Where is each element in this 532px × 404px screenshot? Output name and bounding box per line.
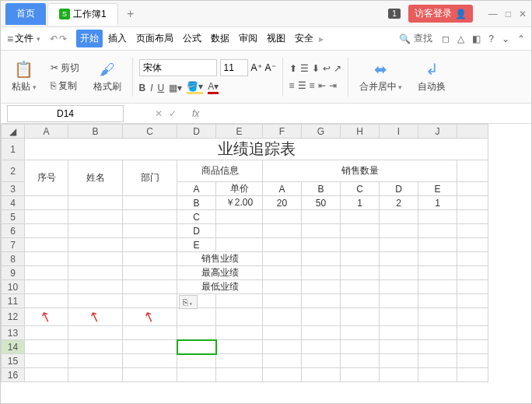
cell-title[interactable]: 业绩追踪表 xyxy=(25,139,488,160)
col-header[interactable]: G xyxy=(302,125,341,139)
row-header[interactable]: 4 xyxy=(2,196,25,210)
autofit-button[interactable]: ↲ 自动换 xyxy=(413,57,450,97)
cell[interactable]: 1 xyxy=(418,196,457,210)
row-header[interactable]: 12 xyxy=(2,308,25,326)
accept-formula-icon[interactable]: ✓ xyxy=(169,108,177,119)
cell[interactable]: B xyxy=(302,182,341,196)
align-left-icon[interactable]: ≡ xyxy=(289,80,295,91)
cell[interactable]: E xyxy=(418,182,457,196)
font-size-select[interactable] xyxy=(220,59,248,76)
select-all-corner[interactable]: ◢ xyxy=(2,125,25,139)
format-painter-button[interactable]: 🖌 格式刷 xyxy=(89,58,126,97)
align-bottom-icon[interactable]: ⬇ xyxy=(312,63,320,74)
cell[interactable]: C xyxy=(177,210,216,224)
col-header[interactable]: E xyxy=(216,125,263,139)
fx-icon[interactable]: fx xyxy=(192,108,199,119)
menu-formula[interactable]: 公式 xyxy=(179,30,205,47)
cell[interactable]: 最高业绩 xyxy=(177,266,263,280)
merge-center-button[interactable]: ⬌ 合并居中 xyxy=(355,57,408,97)
tool-skin-icon[interactable]: ◧ xyxy=(472,33,481,44)
font-color-button[interactable]: A▾ xyxy=(208,81,219,94)
name-box[interactable] xyxy=(7,105,124,122)
maximize-icon[interactable]: □ xyxy=(506,9,511,19)
indent-increase-icon[interactable]: ⇥ xyxy=(329,80,337,91)
cell[interactable]: 2 xyxy=(380,196,418,210)
cell[interactable]: 最低业绩 xyxy=(177,280,263,294)
row-header[interactable]: 3 xyxy=(2,182,25,196)
cell[interactable]: E xyxy=(177,238,216,252)
collapse-ribbon-icon[interactable]: ⌃ xyxy=(517,33,525,44)
cell[interactable]: 50 xyxy=(302,196,341,210)
row-header[interactable]: 8 xyxy=(2,252,25,266)
cut-button[interactable]: ✂剪切 xyxy=(47,60,82,76)
col-header[interactable]: H xyxy=(341,125,380,139)
col-header[interactable]: A xyxy=(25,125,68,139)
row-header[interactable]: 6 xyxy=(2,224,25,238)
align-top-icon[interactable]: ⬆ xyxy=(289,63,297,74)
fill-color-button[interactable]: 🪣▾ xyxy=(187,81,203,94)
cell[interactable]: 20 xyxy=(263,196,302,210)
cell[interactable] xyxy=(457,160,488,182)
col-header[interactable]: J xyxy=(418,125,457,139)
paste-button[interactable]: 📋 粘贴 xyxy=(7,57,41,97)
spreadsheet-grid[interactable]: ◢ A B C D E F G H I J 1 业绩追踪表 2 序号 姓名 部门… xyxy=(1,124,531,404)
cell[interactable]: D xyxy=(177,224,216,238)
cell[interactable]: A xyxy=(177,182,216,196)
cell[interactable]: C xyxy=(341,182,380,196)
minimize-icon[interactable]: — xyxy=(488,9,498,19)
cell[interactable]: 单价 xyxy=(216,182,263,196)
row-header[interactable]: 9 xyxy=(2,266,25,280)
paste-options-popup[interactable]: ⎘▾ xyxy=(179,295,198,309)
row-header[interactable]: 5 xyxy=(2,210,25,224)
row-header[interactable]: 15 xyxy=(2,354,25,368)
chevron-down-icon[interactable]: ⌄ xyxy=(502,33,509,44)
decrease-font-icon[interactable]: A⁻ xyxy=(265,62,276,73)
indent-decrease-icon[interactable]: ⇤ xyxy=(318,80,326,91)
col-header[interactable]: C xyxy=(123,125,177,139)
cell[interactable]: A xyxy=(263,182,302,196)
row-header[interactable]: 2 xyxy=(2,160,25,182)
cancel-formula-icon[interactable]: ✕ xyxy=(155,108,163,119)
cell[interactable] xyxy=(457,182,488,196)
cell[interactable]: 1 xyxy=(341,196,380,210)
row-header[interactable]: 10 xyxy=(2,280,25,294)
bold-button[interactable]: B xyxy=(139,83,146,93)
cell[interactable]: D xyxy=(380,182,418,196)
row-header[interactable]: 1 xyxy=(2,139,25,160)
guest-login[interactable]: 访客登录 👤 xyxy=(408,5,473,23)
redo-icon[interactable]: ↷ xyxy=(59,33,67,44)
col-header[interactable] xyxy=(457,125,488,139)
menu-view[interactable]: 视图 xyxy=(263,30,289,47)
hamburger-icon[interactable]: ≡ xyxy=(7,33,13,45)
col-header[interactable]: B xyxy=(68,125,123,139)
cell[interactable]: ￥2.00 xyxy=(216,196,263,210)
cell[interactable]: 销售业绩 xyxy=(177,252,263,266)
wrap-text-icon[interactable]: ↩ xyxy=(323,63,331,74)
menu-layout[interactable]: 页面布局 xyxy=(132,30,177,47)
orientation-icon[interactable]: ↗ xyxy=(334,63,341,74)
menu-review[interactable]: 审阅 xyxy=(235,30,261,47)
menu-file[interactable]: 文件 xyxy=(15,32,40,45)
italic-button[interactable]: I xyxy=(150,83,152,93)
tool-collab-icon[interactable]: ◻ xyxy=(442,33,450,44)
menu-insert[interactable]: 插入 xyxy=(104,30,131,47)
copy-button[interactable]: ⎘复制 xyxy=(47,78,82,94)
border-button[interactable]: ▦▾ xyxy=(169,83,182,93)
tool-help-icon[interactable]: ? xyxy=(488,33,494,44)
tab-add[interactable]: + xyxy=(120,3,142,25)
align-middle-icon[interactable]: ☰ xyxy=(300,63,309,74)
menu-data[interactable]: 数据 xyxy=(207,30,233,47)
increase-font-icon[interactable]: A⁺ xyxy=(251,62,262,73)
menu-security[interactable]: 安全 xyxy=(291,30,317,47)
active-cell[interactable] xyxy=(177,340,216,354)
tool-cloud-icon[interactable]: △ xyxy=(457,33,464,44)
col-header[interactable]: F xyxy=(263,125,302,139)
underline-button[interactable]: U xyxy=(158,83,165,93)
align-center-icon[interactable]: ☰ xyxy=(298,80,306,91)
search-button[interactable]: 🔍 查找 xyxy=(399,32,432,45)
row-header[interactable]: 14 xyxy=(2,340,25,354)
cell[interactable]: 姓名 xyxy=(68,160,123,196)
font-name-select[interactable] xyxy=(139,59,217,76)
row-header[interactable]: 16 xyxy=(2,368,25,382)
tab-home[interactable]: 首页 xyxy=(5,3,46,25)
